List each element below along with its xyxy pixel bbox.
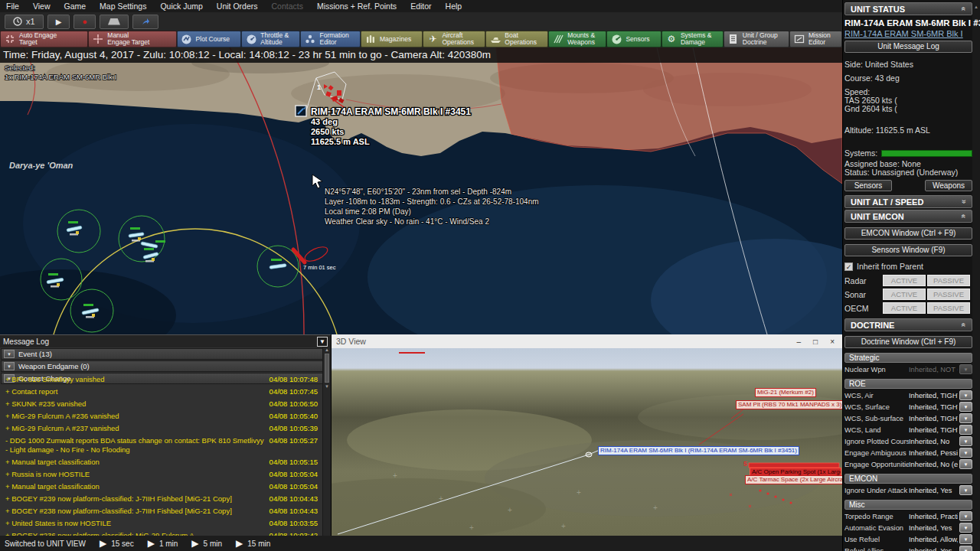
sensors-button[interactable]: Sensors — [606, 31, 661, 47]
log-entry[interactable]: + Manual target classification04/08 10:0… — [0, 456, 322, 468]
dropdown-button[interactable]: ▼ — [959, 390, 972, 400]
expand-icon[interactable]: « — [960, 200, 969, 204]
dropdown-button[interactable]: ▼ — [959, 485, 972, 495]
dropdown-button[interactable]: ▼ — [959, 459, 972, 469]
menu-help[interactable]: Help — [446, 2, 462, 11]
close-icon[interactable]: × — [830, 337, 835, 346]
radar-active-button[interactable]: ACTIVE — [883, 275, 926, 286]
log-entry[interactable]: + BOGEY #236 now platform-classified: Mi… — [0, 530, 322, 536]
dropdown-button[interactable]: ▼ — [959, 511, 972, 521]
3d-label-sam[interactable]: SAM Plt (RBS 70 Mk1 MANPADS x 3) — [736, 400, 842, 409]
play-button[interactable]: ▶ — [47, 15, 70, 29]
log-entry[interactable]: - DDG 1000 Zumwalt reports BDA status ch… — [0, 435, 322, 456]
plot-course-button[interactable]: Plot Course — [177, 31, 242, 47]
dropdown-button[interactable]: ▼ — [959, 425, 972, 435]
jump-bookmark-button[interactable] — [132, 15, 158, 29]
doctrine-window-button[interactable]: Doctrine Window (Ctrl + F9) — [844, 336, 972, 348]
dropdown-button[interactable]: ▼ — [959, 413, 972, 423]
mission-editor-button[interactable]: Mission Editor — [789, 31, 842, 47]
scroll-up-icon[interactable]: ▲ — [323, 347, 331, 352]
aircraft-operations-button[interactable]: ✈ Aircraft Operations — [423, 31, 485, 47]
selected-unit-symbol[interactable] — [296, 106, 306, 116]
menu-unit-orders[interactable]: Unit Orders — [217, 2, 258, 11]
dropdown-button[interactable]: ▼ — [959, 402, 972, 412]
sensors-panel-button[interactable]: Sensors — [844, 180, 892, 191]
menu-file[interactable]: File — [6, 2, 19, 11]
unit-class-link[interactable]: RIM-174A ERAM SM-6MR Blk I — [844, 29, 972, 38]
menu-view[interactable]: View — [33, 2, 51, 11]
menu-quick-jump[interactable]: Quick Jump — [160, 2, 202, 11]
map-layers-button[interactable] — [100, 15, 129, 29]
minimize-icon[interactable]: – — [797, 337, 802, 346]
group-toggle-icon[interactable]: ▼ — [4, 362, 15, 370]
oecm-passive-button[interactable]: PASSIVE — [927, 302, 970, 314]
record-button[interactable]: ● — [74, 15, 96, 29]
log-group-event[interactable]: ▼ Event (13) — [1, 348, 323, 360]
log-entry[interactable]: + SKUNK #235 vanished04/08 10:06:50 — [0, 398, 322, 410]
log-entry[interactable]: + Russia is now HOSTILE04/08 10:05:04 — [0, 468, 322, 481]
unit-group-doctrine-button[interactable]: Unit / Group Doctrine — [724, 31, 789, 47]
manual-engage-target-button[interactable]: Manual Engage Target — [88, 31, 176, 47]
menu-missions-refpoints[interactable]: Missions + Ref. Points — [317, 2, 397, 11]
panel-scrollbar[interactable]: ▲ ▼ — [972, 0, 980, 551]
sonar-active-button[interactable]: ACTIVE — [883, 289, 926, 300]
menu-map-settings[interactable]: Map Settings — [100, 2, 146, 11]
log-entry[interactable]: + United States is now HOSTILE04/08 10:0… — [0, 517, 322, 530]
log-scrollbar[interactable]: ▲ ▼ — [322, 347, 331, 536]
log-entry[interactable]: + MiG-29 Fulcrum A #237 vanished04/08 10… — [0, 422, 322, 435]
log-export-icon[interactable]: ▼ — [317, 337, 328, 347]
3d-label-tarmac[interactable]: A/C Tarmac Space (2x Large Aircraft) — [745, 475, 842, 484]
log-entry[interactable]: + Manual target classification04/08 10:0… — [0, 481, 322, 493]
doctrine-header[interactable]: DOCTRINE « — [844, 318, 972, 331]
scroll-down-icon[interactable]: ▼ — [323, 384, 331, 389]
throttle-altitude-button[interactable]: Throttle & Altitude — [241, 31, 300, 47]
magazines-button[interactable]: Magazines — [361, 31, 423, 47]
log-entry[interactable]: + BPK 810 Smetlivyy vanished04/08 10:07:… — [0, 373, 322, 386]
advance-15sec-button[interactable]: ▶15 sec — [100, 538, 134, 549]
collapse-icon[interactable]: « — [960, 7, 969, 11]
maximize-icon[interactable]: □ — [813, 337, 818, 346]
radar-passive-button[interactable]: PASSIVE — [927, 275, 970, 286]
log-entry[interactable]: + BOGEY #238 now platform-classified: J-… — [0, 505, 322, 517]
dropdown-button[interactable]: ▼ — [959, 436, 972, 446]
tactical-map[interactable]: 7 min 01 sec 1 RIM-1 — [0, 47, 842, 334]
oecm-active-button[interactable]: ACTIVE — [883, 302, 926, 314]
advance-15min-button[interactable]: ▶15 min — [236, 538, 270, 549]
sensors-window-button[interactable]: Sensors Window (F9) — [844, 244, 972, 256]
unit-message-log-button[interactable]: Unit Message Log — [844, 41, 972, 53]
advance-1min-button[interactable]: ▶1 min — [148, 538, 178, 549]
systems-damage-button[interactable]: ⚙ Systems & Damage — [662, 31, 724, 47]
menu-game[interactable]: Game — [64, 2, 87, 11]
auto-engage-target-button[interactable]: Auto Engage Target — [0, 31, 88, 47]
scroll-up-icon[interactable]: ▲ — [972, 0, 980, 14]
3d-view-canvas[interactable]: +++ ++++ MiG-21 (Merkum #2) SAM Plt (RBS… — [332, 348, 842, 536]
dropdown-button[interactable]: ▼ — [959, 523, 972, 533]
log-entry[interactable]: + MiG-29 Fulcrum A #236 vanished04/08 10… — [0, 410, 322, 422]
scroll-thumb[interactable] — [325, 354, 329, 383]
log-group-weapon-endgame[interactable]: ▼ Weapon Endgame (0) — [1, 360, 323, 372]
log-entry[interactable]: + Contact report04/08 10:07:45 — [0, 386, 322, 398]
unit-alt-speed-header[interactable]: UNIT ALT / SPEED « — [844, 195, 972, 208]
advance-5min-button[interactable]: ▶5 min — [191, 538, 222, 549]
boat-operations-button[interactable]: Boat Operations — [485, 31, 548, 47]
unit-status-header[interactable]: UNIT STATUS « — [844, 2, 972, 15]
time-compression-button[interactable]: x1 — [5, 15, 44, 29]
collapse-icon[interactable]: « — [960, 323, 969, 328]
dropdown-button[interactable]: ▼ — [959, 546, 972, 551]
inherit-checkbox[interactable]: ✓ — [844, 262, 853, 271]
weapons-panel-button[interactable]: Weapons — [925, 180, 972, 191]
3d-label-mig[interactable]: MiG-21 (Merkum #2) — [755, 388, 816, 397]
menu-editor[interactable]: Editor — [410, 2, 431, 11]
dropdown-button[interactable]: ▼ — [959, 534, 972, 544]
3d-view-titlebar[interactable]: 3D View – □ × — [332, 334, 842, 348]
mounts-weapons-button[interactable]: Mounts & Weapons — [548, 31, 606, 47]
sonar-passive-button[interactable]: PASSIVE — [927, 289, 970, 300]
group-toggle-icon[interactable]: ▼ — [4, 350, 15, 358]
emcon-window-button[interactable]: EMCON Window (Ctrl + F9) — [844, 227, 972, 240]
dropdown-button[interactable]: ▼ — [959, 448, 972, 458]
unit-emcon-header[interactable]: UNIT EMCON « — [844, 210, 972, 223]
formation-editor-button[interactable]: Formation Editor — [300, 31, 361, 47]
3d-label-missile[interactable]: RIM-174A ERAM SM-6MR Blk I (RIM-174A ERA… — [598, 446, 799, 455]
collapse-icon[interactable]: « — [960, 214, 969, 219]
log-entry[interactable]: + BOGEY #239 now platform-classified: J-… — [0, 493, 322, 505]
